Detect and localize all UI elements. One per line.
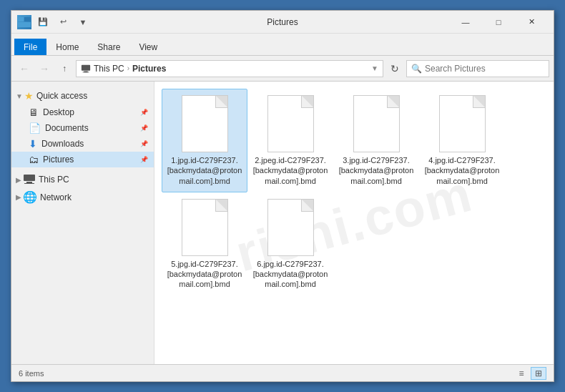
- tab-share[interactable]: Share: [88, 39, 129, 55]
- this-pc-header[interactable]: ▶ This PC: [11, 172, 154, 187]
- sidebar-item-pictures[interactable]: 🗂 Pictures 📌: [11, 152, 154, 167]
- title-bar-left: 💾 ↩ ▼: [17, 15, 92, 29]
- minimize-button[interactable]: —: [449, 11, 482, 34]
- downloads-icon: ⬇: [29, 138, 37, 150]
- pin-icon-downloads: 📌: [140, 140, 148, 147]
- qat-dropdown-button[interactable]: ▼: [74, 15, 92, 29]
- tab-home[interactable]: Home: [46, 39, 88, 55]
- file-name-5: 6.jpg.id-C279F237.[backmydata@protonmail…: [251, 259, 330, 290]
- item-count: 6 items: [19, 369, 44, 378]
- sidebar-label-downloads: Downloads: [41, 139, 84, 149]
- maximize-button[interactable]: □: [482, 11, 515, 34]
- path-dropdown-arrow[interactable]: ▼: [371, 64, 378, 72]
- close-button[interactable]: ✕: [515, 11, 548, 34]
- file-name-2: 3.jpg.id-C279F237.[backmydata@protonmail…: [337, 155, 416, 186]
- search-input[interactable]: [425, 64, 544, 74]
- svg-rect-5: [83, 72, 89, 72]
- up-button[interactable]: ↑: [56, 60, 73, 77]
- this-pc-chevron: ▶: [16, 176, 21, 184]
- file-area[interactable]: rishi.com 1.jpg.id-C279F237.[backmydata@…: [154, 82, 554, 364]
- file-icon-1: [267, 95, 314, 152]
- search-box: 🔍: [406, 60, 549, 77]
- quick-access-label: Quick access: [36, 91, 87, 101]
- this-pc-icon: [23, 175, 36, 185]
- path-pictures[interactable]: Pictures: [132, 64, 166, 74]
- view-controls: ≡ ⊞: [514, 367, 546, 380]
- refresh-button[interactable]: ↻: [386, 60, 403, 77]
- svg-rect-6: [24, 175, 35, 181]
- sidebar-label-pictures: Pictures: [43, 155, 74, 165]
- qat-save-button[interactable]: 💾: [34, 15, 51, 29]
- main-content: ▼ ★ Quick access 🖥 Desktop 📌 📄 Documents…: [11, 82, 554, 364]
- svg-rect-1: [18, 22, 31, 27]
- network-icon: 🌐: [23, 190, 37, 204]
- file-item-5[interactable]: 6.jpg.id-C279F237.[backmydata@protonmail…: [247, 192, 333, 296]
- file-name-3: 4.jpg.id-C279F237.[backmydata@protonmail…: [423, 155, 501, 186]
- documents-icon: 📄: [29, 122, 41, 134]
- file-name-1: 2.jpeg.id-C279F237.[backmydata@protonmai…: [251, 155, 330, 186]
- status-bar: 6 items ≡ ⊞: [11, 364, 554, 381]
- pin-icon-pictures: 📌: [140, 156, 148, 163]
- quick-access-chevron: ▼: [16, 92, 23, 100]
- search-icon: 🔍: [411, 64, 422, 74]
- window-title: Pictures: [267, 17, 298, 27]
- file-icon-0: [182, 95, 228, 152]
- forward-button[interactable]: →: [36, 60, 53, 77]
- tab-file[interactable]: File: [14, 39, 46, 55]
- sidebar-label-desktop: Desktop: [43, 107, 74, 117]
- address-path[interactable]: This PC › Pictures ▼: [76, 60, 383, 77]
- window-controls: — □ ✕: [449, 11, 548, 34]
- svg-rect-2: [24, 17, 31, 21]
- ribbon-tabs: File Home Share View: [11, 34, 554, 55]
- file-items-container: 1.jpg.id-C279F237.[backmydata@protonmail…: [162, 89, 546, 296]
- quick-access-star-icon: ★: [24, 90, 34, 102]
- sidebar-item-desktop[interactable]: 🖥 Desktop 📌: [11, 104, 154, 120]
- quick-access-header[interactable]: ▼ ★ Quick access: [11, 87, 154, 104]
- ribbon: File Home Share View: [11, 34, 554, 56]
- sidebar: ▼ ★ Quick access 🖥 Desktop 📌 📄 Documents…: [11, 82, 154, 364]
- svg-rect-7: [26, 182, 32, 183]
- pin-icon-documents: 📌: [140, 124, 148, 132]
- file-item-2[interactable]: 3.jpg.id-C279F237.[backmydata@protonmail…: [333, 89, 419, 192]
- computer-icon: [81, 64, 91, 74]
- icon-view-button[interactable]: ⊞: [531, 367, 546, 380]
- file-icon-2: [353, 95, 400, 152]
- network-label: Network: [40, 192, 72, 202]
- file-icon-3: [439, 95, 486, 152]
- file-explorer-window: 💾 ↩ ▼ Pictures — □ ✕ File Home Share Vie…: [11, 10, 554, 382]
- file-item-1[interactable]: 2.jpeg.id-C279F237.[backmydata@protonmai…: [247, 89, 333, 192]
- title-bar: 💾 ↩ ▼ Pictures — □ ✕: [11, 11, 554, 34]
- file-icon-5: [267, 199, 314, 256]
- pictures-icon: 🗂: [29, 154, 39, 165]
- list-view-button[interactable]: ≡: [514, 367, 529, 380]
- path-thispc[interactable]: This PC: [94, 64, 124, 74]
- file-item-0[interactable]: 1.jpg.id-C279F237.[backmydata@protonmail…: [162, 89, 247, 192]
- network-chevron: ▶: [16, 193, 21, 201]
- file-item-4[interactable]: 5.jpg.id-C279F237.[backmydata@protonmail…: [162, 192, 247, 296]
- qat-undo-button[interactable]: ↩: [54, 15, 72, 29]
- tab-view[interactable]: View: [129, 39, 167, 55]
- sidebar-label-documents: Documents: [45, 123, 89, 133]
- pin-icon-desktop: 📌: [140, 109, 148, 116]
- network-header[interactable]: ▶ 🌐 Network: [11, 187, 154, 207]
- desktop-icon: 🖥: [29, 107, 39, 118]
- svg-rect-0: [18, 17, 24, 21]
- window-icon: [17, 15, 31, 29]
- this-pc-label: This PC: [39, 175, 69, 185]
- sidebar-item-downloads[interactable]: ⬇ Downloads 📌: [11, 136, 154, 152]
- back-button[interactable]: ←: [16, 60, 33, 77]
- file-name-0: 1.jpg.id-C279F237.[backmydata@protonmail…: [165, 155, 244, 186]
- file-icon-4: [182, 199, 228, 256]
- svg-rect-3: [82, 64, 90, 70]
- file-item-3[interactable]: 4.jpg.id-C279F237.[backmydata@protonmail…: [419, 89, 505, 192]
- svg-rect-8: [24, 183, 34, 184]
- file-name-4: 5.jpg.id-C279F237.[backmydata@protonmail…: [165, 259, 244, 290]
- address-bar: ← → ↑ This PC › Pictures ▼ ↻ 🔍: [11, 56, 554, 82]
- sidebar-item-documents[interactable]: 📄 Documents 📌: [11, 120, 154, 136]
